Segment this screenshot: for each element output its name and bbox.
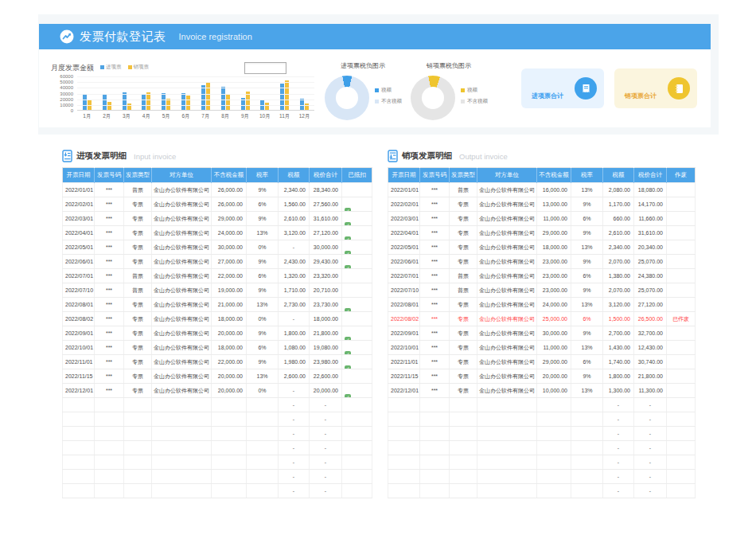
deducted-check-icon[interactable]: ✓ <box>345 265 351 269</box>
cell[interactable] <box>537 427 571 441</box>
cell[interactable]: 12,430.00 <box>634 341 667 355</box>
cell[interactable]: 专票 <box>450 384 477 398</box>
cell[interactable]: 2,340.00 <box>603 240 634 255</box>
cell[interactable]: 11,000.00 <box>537 341 571 355</box>
cell[interactable]: 2022/06/01 <box>63 255 95 269</box>
cell[interactable] <box>95 412 124 427</box>
cell[interactable]: *** <box>420 183 450 197</box>
cell[interactable]: 专票 <box>450 341 477 355</box>
cell[interactable]: 3,120.00 <box>603 298 634 312</box>
cell[interactable]: 20,000.00 <box>212 326 247 341</box>
cell[interactable]: 2022/10/01 <box>63 341 95 355</box>
cell[interactable] <box>247 484 279 498</box>
cell[interactable] <box>537 455 571 470</box>
cell[interactable]: 26,000.00 <box>212 197 247 212</box>
deducted-cell[interactable] <box>342 398 372 412</box>
cell[interactable] <box>571 412 603 427</box>
cell[interactable]: 23,730.00 <box>310 298 342 312</box>
cell[interactable]: - <box>634 427 667 441</box>
cell[interactable]: - <box>634 412 667 427</box>
cell[interactable]: 2022/03/01 <box>388 212 420 226</box>
deducted-cell[interactable]: ✓ <box>342 197 372 212</box>
cell[interactable]: - <box>279 384 310 398</box>
cell[interactable] <box>477 455 537 470</box>
cell[interactable]: 3,120.00 <box>279 226 310 240</box>
cell[interactable]: 31,610.00 <box>310 212 342 226</box>
cell[interactable]: 10,000.00 <box>537 384 571 398</box>
cell[interactable]: 普票 <box>450 183 477 197</box>
cell[interactable]: *** <box>420 197 450 212</box>
cell[interactable]: - <box>279 484 310 498</box>
cell[interactable]: 金山办公软件有限公司 <box>152 212 212 226</box>
cell[interactable]: *** <box>95 341 124 355</box>
cell[interactable] <box>247 398 279 412</box>
cell[interactable]: 专票 <box>124 312 152 326</box>
cell[interactable]: *** <box>95 298 124 312</box>
cell[interactable]: 1,500.00 <box>603 312 634 326</box>
cell[interactable] <box>152 427 212 441</box>
column-header[interactable]: 税率 <box>247 168 279 183</box>
cell[interactable]: *** <box>420 226 450 240</box>
deducted-cell[interactable]: ✓ <box>342 212 372 226</box>
column-header[interactable]: 发票号码 <box>420 168 450 183</box>
cell[interactable]: 金山办公软件有限公司 <box>477 298 537 312</box>
cell[interactable] <box>124 441 152 455</box>
cell[interactable]: 30,000.00 <box>537 326 571 341</box>
cell[interactable] <box>212 484 247 498</box>
void-status-cell[interactable] <box>667 255 696 269</box>
cell[interactable]: 1,800.00 <box>279 326 310 341</box>
cell[interactable]: - <box>634 455 667 470</box>
cell[interactable]: 2,080.00 <box>603 183 634 197</box>
cell[interactable]: 6% <box>247 197 279 212</box>
cell[interactable] <box>477 470 537 484</box>
cell[interactable]: - <box>603 427 634 441</box>
deducted-cell[interactable] <box>342 369 372 384</box>
cell[interactable]: 26,500.00 <box>634 312 667 326</box>
cell[interactable]: 18,000.00 <box>310 312 342 326</box>
cell[interactable] <box>388 412 420 427</box>
cell[interactable]: - <box>279 470 310 484</box>
cell[interactable]: 2022/08/01 <box>388 298 420 312</box>
cell[interactable]: 2,730.00 <box>279 298 310 312</box>
cell[interactable]: 29,000.00 <box>537 226 571 240</box>
cell[interactable]: 13,000.00 <box>537 197 571 212</box>
cell[interactable]: 金山办公软件有限公司 <box>152 384 212 398</box>
cell[interactable]: 21,000.00 <box>212 298 247 312</box>
cell[interactable]: 27,560.00 <box>310 197 342 212</box>
column-header[interactable]: 对方单位 <box>477 168 537 183</box>
cell[interactable] <box>388 470 420 484</box>
deducted-cell[interactable] <box>342 470 372 484</box>
void-status-cell[interactable] <box>667 326 696 341</box>
cell[interactable]: 9% <box>571 326 603 341</box>
cell[interactable]: 金山办公软件有限公司 <box>152 326 212 341</box>
deducted-cell[interactable] <box>342 412 372 427</box>
cell[interactable] <box>124 484 152 498</box>
cell[interactable]: 21,800.00 <box>634 369 667 384</box>
cell[interactable]: 金山办公软件有限公司 <box>477 269 537 283</box>
cell[interactable] <box>95 427 124 441</box>
void-status-cell[interactable] <box>667 398 696 412</box>
cell[interactable]: 金山办公软件有限公司 <box>477 312 537 326</box>
cell[interactable]: 2022/01/01 <box>388 183 420 197</box>
cell[interactable]: 普票 <box>124 269 152 283</box>
cell[interactable] <box>450 455 477 470</box>
cell[interactable]: 13% <box>247 298 279 312</box>
cell[interactable]: 660.00 <box>603 212 634 226</box>
cell[interactable]: 金山办公软件有限公司 <box>152 197 212 212</box>
cell[interactable]: 0% <box>247 384 279 398</box>
cell[interactable]: 2,600.00 <box>279 369 310 384</box>
cell[interactable]: 专票 <box>450 298 477 312</box>
cell[interactable]: 1,740.00 <box>603 355 634 369</box>
cell[interactable]: 金山办公软件有限公司 <box>152 226 212 240</box>
cell[interactable] <box>420 398 450 412</box>
void-status-cell[interactable]: 已作废 <box>667 312 696 326</box>
cell[interactable]: 金山办公软件有限公司 <box>152 255 212 269</box>
cell[interactable]: 24,000.00 <box>537 298 571 312</box>
cell[interactable]: 1,080.00 <box>279 341 310 355</box>
cell[interactable]: 2022/08/02 <box>63 312 95 326</box>
cell[interactable]: *** <box>95 355 124 369</box>
cell[interactable]: 20,000.00 <box>212 369 247 384</box>
cell[interactable]: 23,320.00 <box>310 269 342 283</box>
cell[interactable]: 9% <box>247 355 279 369</box>
deducted-cell[interactable]: ✓ <box>342 355 372 369</box>
